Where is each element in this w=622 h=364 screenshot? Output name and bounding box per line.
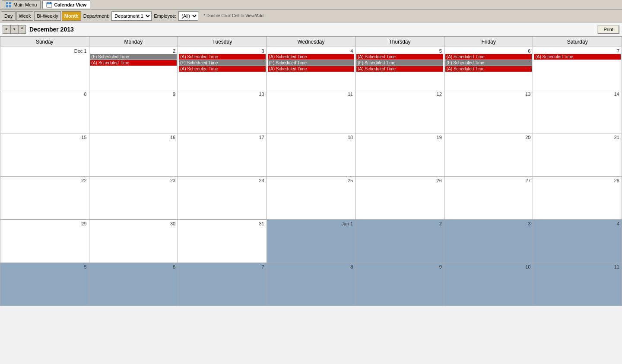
month-title: December 2013 (29, 26, 74, 33)
calendar-cell[interactable]: 3 (444, 220, 533, 263)
employee-select[interactable]: (All) (178, 11, 198, 21)
event-bar[interactable]: (A) Scheduled Time (356, 54, 443, 60)
event-bar[interactable]: (F) Scheduled Time (356, 60, 443, 66)
calendar-header-thursday: Thursday (355, 37, 444, 47)
calendar-cell[interactable]: 8 (267, 263, 355, 306)
calendar-cell[interactable]: 5(A) Scheduled Time(F) Scheduled Time(A)… (355, 47, 444, 90)
calendar-cell[interactable]: 27 (444, 177, 533, 220)
day-button[interactable]: Day (2, 11, 16, 21)
calendar-cell[interactable]: 6 (89, 263, 178, 306)
calendar-cell[interactable]: 18 (267, 133, 355, 177)
calendar-cell[interactable]: 19 (355, 133, 444, 177)
department-label: Department: (83, 13, 110, 19)
calendar-cell[interactable]: 5 (0, 263, 89, 306)
calendar-cell[interactable]: 7 (178, 263, 267, 306)
day-number: 15 (1, 134, 88, 140)
main-menu-tab[interactable]: Main Menu (2, 0, 41, 9)
event-bar[interactable]: (A) Scheduled Time (445, 66, 532, 72)
calendar-header-sunday: Sunday (0, 37, 89, 47)
calendar-cell[interactable]: 9 (355, 263, 444, 306)
calendar-cell[interactable]: 13 (444, 90, 533, 133)
day-number: 23 (90, 177, 177, 184)
day-number: 26 (356, 177, 443, 184)
day-number: 24 (179, 177, 266, 184)
calendar-cell[interactable]: 4 (533, 220, 622, 263)
event-bar[interactable]: (A) Scheduled Time (445, 54, 532, 60)
calendar-cell[interactable]: 7(A) Scheduled Time (533, 47, 622, 90)
svg-rect-0 (6, 2, 8, 4)
day-number: 30 (90, 221, 177, 227)
calendar-cell[interactable]: 11 (267, 90, 355, 133)
calendar-cell[interactable]: Dec 1 (0, 47, 89, 90)
event-bar[interactable]: (F) Scheduled Time (179, 60, 266, 66)
calendar-week-row: 15161718192021 (0, 133, 622, 177)
title-bar: Main Menu Calendar View (0, 0, 622, 9)
biweekly-button[interactable]: Bi-Weekly (34, 11, 60, 21)
calendar-cell[interactable]: 16 (89, 133, 178, 177)
event-bar[interactable]: (F) Scheduled Time (268, 60, 355, 66)
next-month-button[interactable]: > (10, 25, 18, 34)
calendar-cell[interactable]: 12 (355, 90, 444, 133)
calendar-cell[interactable]: 29 (0, 220, 89, 263)
event-bar[interactable]: (A) Scheduled Time (179, 66, 266, 72)
calendar-cell[interactable]: 8 (0, 90, 89, 133)
calendar-cell[interactable]: 26 (355, 177, 444, 220)
calendar-cell[interactable]: 9 (89, 90, 178, 133)
calendar-cell[interactable]: 2(F) Scheduled Time(A) Scheduled Time (89, 47, 178, 90)
calendar-cell[interactable]: 14 (533, 90, 622, 133)
calendar-cell[interactable]: 6(A) Scheduled Time(F) Scheduled Time(A)… (444, 47, 533, 90)
svg-rect-7 (50, 2, 51, 3)
calendar-cell[interactable]: 20 (444, 133, 533, 177)
calendar-cell[interactable]: 21 (533, 133, 622, 177)
event-bar[interactable]: (A) Scheduled Time (534, 54, 621, 60)
calendar-cell[interactable]: 25 (267, 177, 355, 220)
today-button[interactable]: ^ (18, 25, 26, 34)
calendar-cell[interactable]: 10 (444, 263, 533, 306)
month-button[interactable]: Month (62, 11, 81, 21)
calendar-cell[interactable]: 22 (0, 177, 89, 220)
day-number: 6 (90, 264, 177, 270)
day-number: 8 (268, 264, 355, 270)
event-bar[interactable]: (A) Scheduled Time (268, 54, 355, 60)
calendar-cell[interactable]: 2 (355, 220, 444, 263)
calendar-cell[interactable]: Jan 1 (267, 220, 355, 263)
event-bar[interactable]: (A) Scheduled Time (179, 54, 266, 60)
event-bar[interactable]: (F) Scheduled Time (90, 54, 177, 60)
department-select[interactable]: Department 1 (111, 11, 152, 21)
calendar-cell[interactable]: 3(A) Scheduled Time(F) Scheduled Time(A)… (178, 47, 267, 90)
svg-rect-5 (47, 3, 52, 4)
day-number: 9 (90, 91, 177, 97)
day-number: 3 (179, 48, 266, 54)
calendar-cell[interactable]: 17 (178, 133, 267, 177)
calendar-container: SundayMondayTuesdayWednesdayThursdayFrid… (0, 36, 622, 306)
calendar-header-friday: Friday (444, 37, 533, 47)
calendar-cell[interactable]: 15 (0, 133, 89, 177)
calendar-icon (46, 2, 52, 8)
calendar-cell[interactable]: 23 (89, 177, 178, 220)
calendar-cell[interactable]: 24 (178, 177, 267, 220)
calendar-view-label: Calendar View (54, 2, 86, 7)
event-bar[interactable]: (A) Scheduled Time (356, 66, 443, 72)
day-number: 20 (445, 134, 532, 140)
calendar-view-tab[interactable]: Calendar View (42, 0, 90, 9)
event-bar[interactable]: (A) Scheduled Time (90, 60, 177, 66)
main-menu-label: Main Menu (13, 2, 37, 7)
calendar-cell[interactable]: 30 (89, 220, 178, 263)
event-bar[interactable]: (A) Scheduled Time (268, 66, 355, 72)
event-bar[interactable]: (F) Scheduled Time (445, 60, 532, 66)
calendar-week-row: 567891011 (0, 263, 622, 306)
hint-text: * Double Click Cell to View/Add (203, 13, 263, 18)
calendar-cell[interactable]: 4(A) Scheduled Time(F) Scheduled Time(A)… (267, 47, 355, 90)
week-button[interactable]: Week (16, 11, 34, 21)
svg-rect-2 (6, 5, 8, 7)
calendar-cell[interactable]: 10 (178, 90, 267, 133)
svg-rect-6 (48, 2, 48, 3)
employee-label: Employee: (154, 13, 176, 19)
print-button[interactable]: Print (597, 25, 619, 34)
prev-month-button[interactable]: < (3, 25, 10, 34)
day-number: 21 (534, 134, 621, 140)
calendar-cell[interactable]: 31 (178, 220, 267, 263)
day-number: 27 (445, 177, 532, 184)
calendar-cell[interactable]: 11 (533, 263, 622, 306)
calendar-cell[interactable]: 28 (533, 177, 622, 220)
